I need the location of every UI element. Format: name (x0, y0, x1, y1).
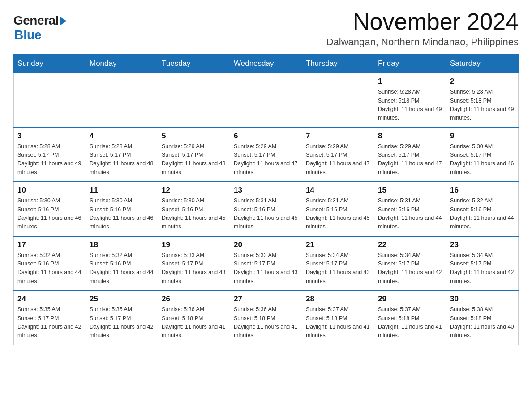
calendar-cell: 16Sunrise: 5:32 AMSunset: 5:16 PMDayligh… (446, 182, 519, 236)
day-number: 30 (450, 295, 515, 304)
day-info: Sunrise: 5:29 AMSunset: 5:17 PMDaylight:… (234, 142, 298, 177)
day-info: Sunrise: 5:31 AMSunset: 5:16 PMDaylight:… (234, 197, 298, 231)
calendar-cell (86, 73, 158, 128)
day-number: 29 (378, 295, 442, 304)
day-number: 19 (162, 240, 226, 249)
calendar-cell: 15Sunrise: 5:31 AMSunset: 5:16 PMDayligh… (374, 182, 446, 236)
day-info: Sunrise: 5:36 AMSunset: 5:18 PMDaylight:… (162, 305, 226, 340)
calendar-cell: 1Sunrise: 5:28 AMSunset: 5:18 PMDaylight… (374, 73, 446, 128)
calendar-cell: 29Sunrise: 5:37 AMSunset: 5:18 PMDayligh… (374, 291, 446, 345)
calendar-cell: 26Sunrise: 5:36 AMSunset: 5:18 PMDayligh… (158, 291, 230, 345)
day-info: Sunrise: 5:33 AMSunset: 5:17 PMDaylight:… (162, 251, 226, 286)
calendar-cell: 13Sunrise: 5:31 AMSunset: 5:16 PMDayligh… (230, 182, 302, 236)
calendar-cell: 12Sunrise: 5:30 AMSunset: 5:16 PMDayligh… (158, 182, 230, 236)
day-info: Sunrise: 5:33 AMSunset: 5:17 PMDaylight:… (234, 251, 298, 286)
day-info: Sunrise: 5:31 AMSunset: 5:16 PMDaylight:… (306, 197, 370, 231)
calendar-week-row: 1Sunrise: 5:28 AMSunset: 5:18 PMDaylight… (14, 73, 519, 128)
day-number: 5 (162, 132, 226, 141)
calendar-cell: 21Sunrise: 5:34 AMSunset: 5:17 PMDayligh… (302, 236, 374, 291)
day-number: 16 (450, 186, 515, 195)
day-info: Sunrise: 5:30 AMSunset: 5:16 PMDaylight:… (17, 197, 82, 231)
calendar-cell: 2Sunrise: 5:28 AMSunset: 5:18 PMDaylight… (446, 73, 519, 128)
weekday-header: Thursday (302, 55, 374, 73)
day-number: 18 (90, 240, 154, 249)
calendar-cell: 20Sunrise: 5:33 AMSunset: 5:17 PMDayligh… (230, 236, 302, 291)
day-info: Sunrise: 5:29 AMSunset: 5:17 PMDaylight:… (162, 142, 226, 177)
weekday-header: Tuesday (158, 55, 230, 73)
weekday-header: Saturday (446, 55, 519, 73)
day-number: 25 (90, 295, 154, 304)
calendar-table: SundayMondayTuesdayWednesdayThursdayFrid… (13, 54, 519, 345)
calendar-cell: 6Sunrise: 5:29 AMSunset: 5:17 PMDaylight… (230, 128, 302, 182)
calendar-week-row: 3Sunrise: 5:28 AMSunset: 5:17 PMDaylight… (14, 128, 519, 182)
calendar-cell: 22Sunrise: 5:34 AMSunset: 5:17 PMDayligh… (374, 236, 446, 291)
title-area: November 2024 Dalwangan, Northern Mindan… (326, 9, 519, 48)
day-number: 10 (17, 186, 82, 195)
day-number: 3 (17, 132, 82, 141)
calendar-week-row: 24Sunrise: 5:35 AMSunset: 5:17 PMDayligh… (14, 291, 519, 345)
day-number: 1 (378, 77, 442, 86)
day-number: 20 (234, 240, 298, 249)
calendar-cell: 25Sunrise: 5:35 AMSunset: 5:17 PMDayligh… (86, 291, 158, 345)
day-number: 14 (306, 186, 370, 195)
day-info: Sunrise: 5:34 AMSunset: 5:17 PMDaylight:… (450, 251, 515, 286)
calendar-cell: 5Sunrise: 5:29 AMSunset: 5:17 PMDaylight… (158, 128, 230, 182)
day-number: 24 (17, 295, 82, 304)
day-info: Sunrise: 5:32 AMSunset: 5:16 PMDaylight:… (450, 197, 515, 231)
calendar-cell: 8Sunrise: 5:29 AMSunset: 5:17 PMDaylight… (374, 128, 446, 182)
header: General Blue November 2024 Dalwangan, No… (13, 9, 519, 48)
calendar-cell: 14Sunrise: 5:31 AMSunset: 5:16 PMDayligh… (302, 182, 374, 236)
logo-triangle-icon (60, 17, 67, 25)
day-info: Sunrise: 5:35 AMSunset: 5:17 PMDaylight:… (90, 305, 154, 340)
day-info: Sunrise: 5:36 AMSunset: 5:18 PMDaylight:… (234, 305, 298, 340)
day-number: 9 (450, 132, 515, 141)
logo-general-text: General (13, 13, 59, 28)
day-info: Sunrise: 5:30 AMSunset: 5:16 PMDaylight:… (162, 197, 226, 231)
day-number: 23 (450, 240, 515, 249)
day-number: 2 (450, 77, 515, 86)
day-number: 21 (306, 240, 370, 249)
day-number: 6 (234, 132, 298, 141)
calendar-cell: 24Sunrise: 5:35 AMSunset: 5:17 PMDayligh… (14, 291, 86, 345)
day-info: Sunrise: 5:34 AMSunset: 5:17 PMDaylight:… (378, 251, 442, 286)
location-subtitle: Dalwangan, Northern Mindanao, Philippine… (326, 36, 519, 48)
day-number: 7 (306, 132, 370, 141)
day-number: 28 (306, 295, 370, 304)
day-number: 15 (378, 186, 442, 195)
day-number: 4 (90, 132, 154, 141)
calendar-cell: 17Sunrise: 5:32 AMSunset: 5:16 PMDayligh… (14, 236, 86, 291)
day-info: Sunrise: 5:28 AMSunset: 5:17 PMDaylight:… (17, 142, 82, 177)
weekday-header: Wednesday (230, 55, 302, 73)
weekday-header: Monday (86, 55, 158, 73)
day-info: Sunrise: 5:34 AMSunset: 5:17 PMDaylight:… (306, 251, 370, 286)
month-title: November 2024 (326, 9, 519, 34)
day-info: Sunrise: 5:28 AMSunset: 5:18 PMDaylight:… (378, 88, 442, 123)
calendar-cell (230, 73, 302, 128)
day-info: Sunrise: 5:30 AMSunset: 5:16 PMDaylight:… (90, 197, 154, 231)
weekday-header: Sunday (14, 55, 86, 73)
calendar-body: 1Sunrise: 5:28 AMSunset: 5:18 PMDaylight… (14, 73, 519, 345)
logo: General Blue (13, 13, 67, 42)
logo-blue-text: Blue (14, 28, 42, 42)
day-info: Sunrise: 5:31 AMSunset: 5:16 PMDaylight:… (378, 197, 442, 231)
weekday-header: Friday (374, 55, 446, 73)
calendar-cell: 23Sunrise: 5:34 AMSunset: 5:17 PMDayligh… (446, 236, 519, 291)
calendar-cell: 9Sunrise: 5:30 AMSunset: 5:17 PMDaylight… (446, 128, 519, 182)
day-number: 22 (378, 240, 442, 249)
day-info: Sunrise: 5:30 AMSunset: 5:17 PMDaylight:… (450, 142, 515, 177)
calendar-week-row: 10Sunrise: 5:30 AMSunset: 5:16 PMDayligh… (14, 182, 519, 236)
calendar-cell: 18Sunrise: 5:32 AMSunset: 5:16 PMDayligh… (86, 236, 158, 291)
day-info: Sunrise: 5:29 AMSunset: 5:17 PMDaylight:… (306, 142, 370, 177)
calendar-cell: 3Sunrise: 5:28 AMSunset: 5:17 PMDaylight… (14, 128, 86, 182)
day-number: 13 (234, 186, 298, 195)
day-number: 26 (162, 295, 226, 304)
calendar-cell: 30Sunrise: 5:38 AMSunset: 5:18 PMDayligh… (446, 291, 519, 345)
calendar-header: SundayMondayTuesdayWednesdayThursdayFrid… (14, 55, 519, 73)
day-number: 12 (162, 186, 226, 195)
calendar-cell (158, 73, 230, 128)
calendar-cell (14, 73, 86, 128)
day-info: Sunrise: 5:35 AMSunset: 5:17 PMDaylight:… (17, 305, 82, 340)
calendar-cell: 27Sunrise: 5:36 AMSunset: 5:18 PMDayligh… (230, 291, 302, 345)
day-info: Sunrise: 5:29 AMSunset: 5:17 PMDaylight:… (378, 142, 442, 177)
day-info: Sunrise: 5:37 AMSunset: 5:18 PMDaylight:… (378, 305, 442, 340)
